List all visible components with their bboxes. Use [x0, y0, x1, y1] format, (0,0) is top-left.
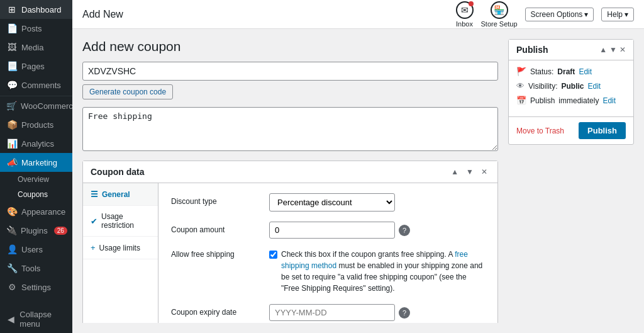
generate-coupon-code-button[interactable]: Generate coupon code	[82, 84, 173, 99]
sidebar-item-label: Analytics	[21, 139, 54, 149]
publish-box-title: Publish	[516, 45, 548, 55]
tab-usage-restriction[interactable]: ✔ Usage restriction	[83, 206, 158, 237]
status-row: 🚩 Status: Draft Edit	[516, 67, 626, 76]
metabox-collapse-down-button[interactable]: ▼	[464, 166, 476, 178]
screen-options-button[interactable]: Screen Options ▾	[525, 8, 594, 21]
publish-button[interactable]: Publish	[579, 122, 626, 139]
coupon-description-textarea[interactable]: Free shipping	[82, 107, 498, 151]
help-arrow: ▾	[625, 10, 628, 19]
inbox-button[interactable]: ✉ Inbox	[456, 1, 474, 28]
publish-box-footer: Move to Trash Publish	[509, 116, 633, 144]
general-tab-icon: ☰	[91, 189, 98, 199]
status-edit-link[interactable]: Edit	[579, 67, 592, 76]
sidebar-item-tools[interactable]: 🔧 Tools	[0, 259, 72, 278]
subitem-label: Coupons	[18, 190, 48, 199]
visibility-row: 👁 Visibility: Public Edit	[516, 81, 626, 91]
publish-box-up-button[interactable]: ▲	[599, 45, 607, 54]
publish-box: Publish ▲ ▼ ✕ 🚩 Status: Draft Edit	[508, 39, 634, 145]
products-icon: 📦	[6, 120, 18, 130]
expiry-date-input-wrap: ?	[269, 304, 485, 321]
dashboard-icon: ⊞	[6, 4, 18, 14]
usage-restriction-tab-icon: ✔	[91, 217, 97, 226]
sidebar-item-posts[interactable]: 📄 Posts	[0, 19, 72, 38]
metabox-collapse-up-button[interactable]: ▲	[448, 166, 461, 178]
publish-time-label: Publish	[530, 96, 555, 105]
sidebar-item-comments[interactable]: 💬 Comments	[0, 76, 72, 94]
help-label: Help	[607, 10, 623, 19]
metabox-title: Coupon data	[91, 167, 145, 177]
sidebar-item-label: Posts	[21, 24, 42, 33]
coupon-amount-input[interactable]	[269, 222, 395, 239]
tab-general-label: General	[102, 190, 130, 199]
screen-options-arrow: ▾	[584, 10, 588, 19]
sidebar-item-collapse[interactable]: ◀ Collapse menu	[0, 305, 72, 333]
sidebar-item-pages[interactable]: 📃 Pages	[0, 57, 72, 76]
metabox-close-button[interactable]: ✕	[479, 166, 490, 178]
allow-free-shipping-checkbox[interactable]	[269, 251, 277, 259]
coupon-page-title: Add new coupon	[82, 39, 498, 54]
expiry-date-input[interactable]	[269, 304, 395, 321]
sidebar-item-settings[interactable]: ⚙ Settings	[0, 278, 72, 296]
discount-type-input-wrap: Percentage discount Fixed cart discount …	[269, 193, 485, 212]
publish-box-controls: ▲ ▼ ✕	[599, 45, 626, 54]
sidebar-item-products[interactable]: 📦 Products	[0, 115, 72, 134]
status-value: Draft	[557, 67, 575, 76]
publish-time-edit-link[interactable]: Edit	[602, 96, 616, 105]
publish-box-down-button[interactable]: ▼	[609, 45, 617, 54]
users-icon: 👤	[6, 244, 18, 254]
main-column: Add new coupon Generate coupon code Free…	[82, 39, 498, 323]
sidebar-item-plugins[interactable]: 🔌 Plugins 26	[0, 221, 72, 240]
sidebar-item-users[interactable]: 👤 Users	[0, 240, 72, 259]
move-to-trash-link[interactable]: Move to Trash	[516, 127, 564, 135]
sidebar-item-label: Dashboard	[21, 5, 62, 14]
publish-box-body: 🚩 Status: Draft Edit 👁 Visibility: Publi…	[509, 60, 633, 116]
appearance-icon: 🎨	[6, 206, 18, 217]
side-column: Publish ▲ ▼ ✕ 🚩 Status: Draft Edit	[508, 39, 634, 323]
sidebar-item-analytics[interactable]: 📊 Analytics	[0, 134, 72, 153]
coupon-amount-help-icon[interactable]: ?	[399, 225, 410, 236]
coupon-data-metabox: Coupon data ▲ ▼ ✕ ☰ General ✔	[82, 161, 498, 323]
expiry-date-help-icon[interactable]: ?	[399, 307, 410, 319]
sidebar-item-media[interactable]: 🖼 Media	[0, 38, 72, 57]
visibility-icon: 👁	[516, 81, 525, 91]
sidebar-item-label: Pages	[21, 62, 45, 71]
metabox-header: Coupon data ▲ ▼ ✕	[83, 161, 497, 183]
marketing-icon: 📣	[6, 157, 18, 167]
subitem-label: Overview	[18, 175, 49, 184]
visibility-edit-link[interactable]: Edit	[587, 82, 601, 91]
discount-type-select[interactable]: Percentage discount Fixed cart discount …	[269, 193, 395, 212]
plugins-badge: 26	[54, 227, 67, 235]
help-button[interactable]: Help ▾	[601, 8, 634, 21]
discount-type-field: Discount type Percentage discount Fixed …	[171, 193, 485, 212]
publish-time-row: 📅 Publish immediately Edit	[516, 96, 626, 105]
collapse-icon: ◀	[6, 314, 16, 324]
sidebar-item-label: Tools	[21, 264, 40, 273]
expiry-date-field: Coupon expiry date ?	[171, 304, 485, 321]
expiry-date-label: Coupon expiry date	[171, 304, 259, 317]
sidebar-subitem-overview[interactable]: Overview	[0, 172, 72, 187]
store-setup-button[interactable]: 🏪 Store Setup	[481, 1, 518, 28]
coupon-code-input[interactable]	[82, 62, 498, 81]
coupon-amount-input-wrap: ?	[269, 222, 485, 239]
tab-usage-restriction-label: Usage restriction	[101, 212, 150, 230]
sidebar-item-label: Comments	[21, 81, 61, 90]
usage-limits-tab-icon: +	[91, 243, 96, 252]
sidebar-item-woocommerce[interactable]: 🛒 WooCommerce	[0, 96, 72, 115]
allow-free-shipping-wrap: Check this box if the coupon grants free…	[269, 249, 485, 294]
topbar-right: ✉ Inbox 🏪 Store Setup Screen Options ▾ H…	[456, 1, 635, 28]
sidebar-subitem-coupons[interactable]: Coupons	[0, 187, 72, 202]
woocommerce-icon: 🛒	[6, 101, 17, 111]
sidebar-item-appearance[interactable]: 🎨 Appearance	[0, 202, 72, 221]
sidebar-item-marketing[interactable]: 📣 Marketing	[0, 153, 72, 172]
sidebar-item-label: Media	[21, 43, 43, 52]
sidebar-item-label: Settings	[21, 283, 51, 292]
inbox-icon: ✉	[456, 1, 474, 19]
publish-box-header: Publish ▲ ▼ ✕	[509, 40, 633, 60]
sidebar-item-dashboard[interactable]: ⊞ Dashboard	[0, 0, 72, 19]
main-content: Add New ✉ Inbox 🏪 Store Setup Screen Opt…	[72, 0, 644, 333]
store-setup-label: Store Setup	[481, 20, 518, 28]
tab-usage-limits[interactable]: + Usage limits	[83, 237, 158, 259]
inbox-notification-dot	[469, 1, 474, 6]
publish-box-close-button[interactable]: ✕	[619, 45, 626, 54]
tab-general[interactable]: ☰ General	[83, 183, 158, 206]
